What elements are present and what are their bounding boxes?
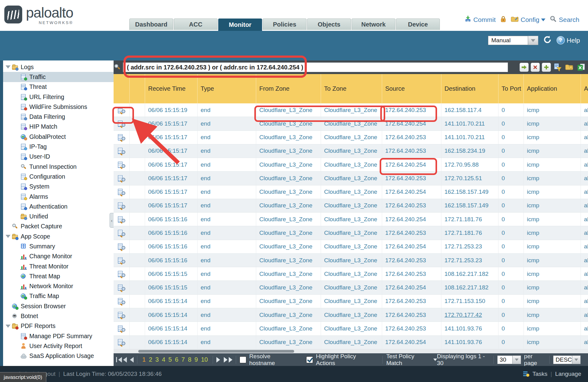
log-detail-magnifier-icon[interactable] xyxy=(118,120,126,127)
cell-destination[interactable]: 172.70.125.51 xyxy=(441,172,498,185)
cell-destination[interactable]: 172.71.153.150 xyxy=(441,295,498,308)
cell-to-zone[interactable]: Cloudflare_L3_Zone xyxy=(321,185,382,199)
cell-to-zone[interactable]: Cloudflare_L3_Zone xyxy=(321,144,382,158)
sidebar-item-change-monitor[interactable]: Change Monitor xyxy=(3,251,114,261)
page-number-5[interactable]: 5 xyxy=(169,356,172,363)
log-detail-magnifier-icon[interactable] xyxy=(118,325,126,332)
cell-to-zone[interactable]: Cloudflare_L3_Zone xyxy=(321,295,382,308)
tab-objects[interactable]: Objects xyxy=(307,19,351,30)
first-page-button[interactable] xyxy=(116,357,127,363)
cell-destination[interactable]: 162.158.234.19 xyxy=(441,144,498,158)
refresh-icon[interactable] xyxy=(543,35,552,45)
sidebar-item-threat-map[interactable]: Threat Map xyxy=(3,271,114,281)
cell-destination[interactable]: 141.101.93.76 xyxy=(441,336,498,349)
sidebar-item-network-monitor[interactable]: Network Monitor xyxy=(3,281,114,291)
export-button[interactable] xyxy=(576,62,586,72)
cell-from-zone[interactable]: Cloudflare_L3_Zone xyxy=(256,240,321,253)
cell-from-zone[interactable]: Cloudflare_L3_Zone xyxy=(256,308,321,322)
cell-application[interactable]: icmp xyxy=(524,295,581,308)
tree-expander[interactable] xyxy=(4,325,12,328)
sidebar-item-alarms[interactable]: Alarms xyxy=(3,192,114,201)
cell-from-zone[interactable]: Cloudflare_L3_Zone xyxy=(256,158,321,171)
tab-network[interactable]: Network xyxy=(352,19,395,30)
log-detail-magnifier-icon[interactable] xyxy=(118,107,126,114)
cell-source[interactable]: 172.64.240.253 xyxy=(382,131,441,144)
cell-to-zone[interactable]: Cloudflare_L3_Zone xyxy=(321,322,382,335)
cell-source[interactable]: 172.64.240.253 xyxy=(382,144,441,158)
cell-source[interactable]: 172.64.240.253 xyxy=(382,199,441,212)
horizontal-scrollbar-thumb[interactable] xyxy=(138,350,294,353)
language-button[interactable]: Language xyxy=(555,371,581,377)
cell-application[interactable]: icmp xyxy=(524,172,581,185)
cell-destination[interactable]: 141.101.93.76 xyxy=(441,322,498,335)
cell-from-zone[interactable]: Cloudflare_L3_Zone xyxy=(256,199,321,212)
cell-from-zone[interactable]: Cloudflare_L3_Zone xyxy=(256,267,321,280)
log-detail-magnifier-icon[interactable] xyxy=(118,147,126,154)
page-number-8[interactable]: 8 xyxy=(188,356,191,363)
log-detail-magnifier-icon[interactable] xyxy=(118,312,126,318)
next-page-button[interactable] xyxy=(216,357,220,363)
page-number-9[interactable]: 9 xyxy=(194,356,198,363)
search-button[interactable]: Search xyxy=(550,15,579,24)
cell-destination[interactable]: 162.158.117.4 xyxy=(441,103,498,117)
log-detail-magnifier-icon[interactable] xyxy=(118,257,126,264)
cell-application[interactable]: icmp xyxy=(524,185,581,199)
column-header-blank[interactable] xyxy=(114,74,130,103)
log-detail-magnifier-icon[interactable] xyxy=(118,175,126,182)
sidebar-item-unified[interactable]: Unified xyxy=(3,211,114,221)
column-header-to-zone[interactable]: To Zone xyxy=(321,74,382,103)
page-number-6[interactable]: 6 xyxy=(175,356,178,363)
sidebar-item-app-scope[interactable]: App Scope xyxy=(3,231,114,241)
cell-source[interactable]: 172.64.240.253 xyxy=(382,254,441,267)
sidebar-item-botnet[interactable]: Botnet xyxy=(3,311,114,321)
sidebar-item-summary[interactable]: Summary xyxy=(3,241,114,251)
tab-dashboard[interactable]: Dashboard xyxy=(129,19,173,30)
help-button[interactable]: ? Help xyxy=(557,36,580,44)
cell-to-zone[interactable]: Cloudflare_L3_Zone xyxy=(321,240,382,253)
cell-source[interactable]: 172.64.240.253 xyxy=(382,103,441,117)
cell-to-zone[interactable]: Cloudflare_L3_Zone xyxy=(321,226,382,239)
column-header-blank[interactable] xyxy=(130,74,145,103)
sidebar-item-wildfire-submissions[interactable]: WildFire Submissions xyxy=(3,102,114,112)
config-button[interactable]: Config xyxy=(511,16,546,24)
tab-acc[interactable]: ACC xyxy=(174,19,218,30)
sidebar-item-authentication[interactable]: Authentication xyxy=(3,201,114,211)
cell-from-zone[interactable]: Cloudflare_L3_Zone xyxy=(256,322,321,335)
log-detail-magnifier-icon[interactable] xyxy=(118,339,126,346)
sidebar-item-traffic-map[interactable]: Traffic Map xyxy=(3,291,114,301)
sidebar-item-user-id[interactable]: User-ID xyxy=(3,152,114,162)
page-number-4[interactable]: 4 xyxy=(162,356,165,363)
cell-application[interactable]: icmp xyxy=(524,308,581,322)
cell-application[interactable]: icmp xyxy=(524,240,581,253)
cell-source[interactable]: 172.64.240.253 xyxy=(382,226,441,239)
column-header-source[interactable]: Source xyxy=(382,74,441,103)
commit-button[interactable]: Commit xyxy=(465,15,495,24)
cell-source[interactable]: 172.64.240.253 xyxy=(382,267,441,280)
cell-to-zone[interactable]: Cloudflare_L3_Zone xyxy=(321,267,382,280)
sidebar-collapse-handle[interactable]: ‹ xyxy=(110,213,114,228)
sort-order-select[interactable]: DESC xyxy=(553,355,581,364)
cell-destination[interactable]: 141.101.70.211 xyxy=(441,131,498,144)
cell-from-zone[interactable]: Cloudflare_L3_Zone xyxy=(256,336,321,349)
page-number-1[interactable]: 1 xyxy=(142,356,146,363)
cell-from-zone[interactable]: Cloudflare_L3_Zone xyxy=(256,103,321,117)
page-number-10[interactable]: 10 xyxy=(201,356,208,363)
log-detail-magnifier-icon[interactable] xyxy=(118,230,126,236)
resolve-hostname-checkbox[interactable] xyxy=(240,356,246,363)
clear-filter-button[interactable] xyxy=(531,63,540,72)
tab-policies[interactable]: Policies xyxy=(263,19,307,30)
cell-destination[interactable]: 162.158.157.149 xyxy=(441,199,498,212)
cell-destination[interactable]: 172.70.177.42 xyxy=(441,308,498,322)
filter-query-input[interactable] xyxy=(123,62,508,72)
sidebar-item-logs[interactable]: Logs xyxy=(3,62,114,72)
cell-from-zone[interactable]: Cloudflare_L3_Zone xyxy=(256,254,321,267)
lock-icon[interactable] xyxy=(500,15,507,24)
sidebar-item-traffic[interactable]: Traffic xyxy=(3,72,114,82)
sidebar-item-threat-monitor[interactable]: Threat Monitor xyxy=(3,261,114,271)
cell-to-zone[interactable]: Cloudflare_L3_Zone xyxy=(321,103,382,117)
cell-from-zone[interactable]: Cloudflare_L3_Zone xyxy=(256,295,321,308)
sidebar-item-tunnel-inspection[interactable]: Tunnel Inspection xyxy=(3,162,114,172)
log-detail-magnifier-icon[interactable] xyxy=(118,216,126,223)
cell-destination[interactable]: 172.71.181.76 xyxy=(441,226,498,239)
sidebar-item-hip-match[interactable]: HIP Match xyxy=(3,122,114,132)
